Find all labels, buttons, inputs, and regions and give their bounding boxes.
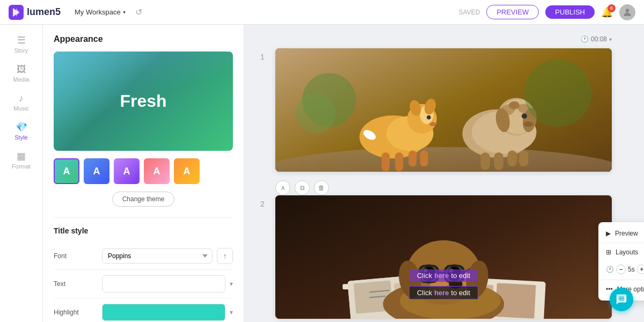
font-row: Font Poppins Roboto Open Sans ↑ <box>54 243 233 270</box>
timer-minus-button[interactable]: − <box>616 265 626 274</box>
swatch-4[interactable]: A <box>144 158 170 184</box>
timer-value-label: 5s <box>628 266 635 273</box>
appearance-title: Appearance <box>54 34 233 44</box>
svg-rect-30 <box>480 152 490 170</box>
context-divider-2 <box>598 280 644 280</box>
left-panel: Appearance Fresh A A A A A Change theme … <box>43 25 244 322</box>
timer-chevron-icon[interactable]: ▾ <box>609 36 612 42</box>
swatch-3[interactable]: A <box>114 158 140 184</box>
highlight-label: Highlight <box>54 309 102 316</box>
slide-1-wrapper: 1 <box>260 48 612 172</box>
timer-label: 🕐 00:08 <box>581 35 607 43</box>
undo-button[interactable]: ↺ <box>135 7 142 17</box>
header: lumen5 My Workspace ▾ ↺ SAVED PREVIEW PU… <box>0 0 644 25</box>
timer-plus-button[interactable]: + <box>637 265 644 274</box>
chevron-down-icon: ▾ <box>123 9 126 15</box>
context-preview-label: Preview <box>615 230 638 237</box>
sidebar-item-music[interactable]: ♪ Music <box>0 88 42 117</box>
music-icon: ♪ <box>19 93 24 103</box>
slide-1-canvas[interactable] <box>275 48 612 172</box>
click-word-bottom: Click <box>417 289 432 297</box>
svg-point-25 <box>509 101 519 109</box>
avatar[interactable] <box>619 4 635 20</box>
sidebar-label-format: Format <box>12 163 31 170</box>
click-edit-bottom[interactable]: Click here to edit <box>409 286 478 299</box>
font-select[interactable]: Poppins Roboto Open Sans <box>102 248 213 264</box>
timer-value: 00:08 <box>591 35 607 43</box>
sidebar-item-format[interactable]: ▦ Format <box>0 146 42 175</box>
svg-rect-13 <box>395 152 403 171</box>
sidebar-item-style[interactable]: 💎 Style <box>0 117 42 146</box>
highlight-color-chevron[interactable]: ▾ <box>230 309 233 316</box>
swatch-2[interactable]: A <box>84 158 109 184</box>
layouts-icon: ⊞ <box>606 248 611 256</box>
text-label: Text <box>54 280 102 288</box>
svg-rect-32 <box>508 150 517 166</box>
text-color-swatch[interactable] <box>102 275 225 292</box>
svg-rect-14 <box>408 150 416 166</box>
svg-point-28 <box>522 113 527 119</box>
click-word-top: Click <box>417 272 432 280</box>
slide-1-image <box>275 48 612 172</box>
sidebar-item-media[interactable]: 🖼 Media <box>0 59 42 88</box>
sidebar-item-story[interactable]: ☰ Story <box>0 30 42 59</box>
notifications-button[interactable]: 🔔 6 <box>601 6 613 18</box>
slide-2-wrapper: 2 <box>260 195 612 319</box>
collapse-button[interactable]: ∧ <box>275 180 290 195</box>
slide-1-number: 1 <box>260 48 275 61</box>
header-right: SAVED PREVIEW PUBLISH 🔔 6 <box>459 4 635 20</box>
workspace-label: My Workspace <box>75 8 121 16</box>
workspace-button[interactable]: My Workspace ▾ <box>70 6 130 18</box>
media-icon: 🖼 <box>17 64 26 74</box>
svg-point-3 <box>626 9 630 12</box>
slide-2-image: ▬▬▬▬▬ ▬▬▬▬ <box>275 195 612 319</box>
sidebar-label-style: Style <box>14 134 27 141</box>
timer-clock-icon: 🕐 <box>606 266 614 273</box>
theme-name: Fresh <box>120 91 166 111</box>
svg-point-17 <box>427 115 431 120</box>
font-upload-button[interactable]: ↑ <box>217 248 233 264</box>
svg-rect-31 <box>494 152 504 170</box>
context-layouts-item[interactable]: ⊞ Layouts <box>598 244 644 260</box>
dog-reading-svg: ▬▬▬▬▬ ▬▬▬▬ <box>275 195 612 319</box>
svg-point-35 <box>524 60 591 127</box>
swatch-1[interactable]: A <box>54 158 79 184</box>
context-preview-item[interactable]: ▶ Preview <box>598 225 644 241</box>
text-control: ▾ <box>102 275 233 292</box>
copy-button[interactable]: ⧉ <box>295 180 310 195</box>
delete-button[interactable]: 🗑 <box>314 180 329 195</box>
highlight-control: ▾ <box>102 304 233 321</box>
change-theme-button[interactable]: Change theme <box>112 192 175 207</box>
here-word-bottom: here <box>434 289 449 297</box>
context-divider-1 <box>598 243 644 243</box>
swatch-5[interactable]: A <box>174 158 200 184</box>
highlight-color-swatch[interactable] <box>102 304 225 321</box>
slide-2-canvas[interactable]: ▬▬▬▬▬ ▬▬▬▬ <box>275 195 612 319</box>
slide-controls-row: ∧ ⧉ 🗑 <box>275 180 612 195</box>
main-layout: ☰ Story 🖼 Media ♪ Music 💎 Style ▦ Format… <box>0 25 644 322</box>
format-icon: ▦ <box>17 151 26 161</box>
chat-bubble-button[interactable] <box>610 288 633 311</box>
text-row: Text ▾ <box>54 270 233 298</box>
notification-badge: 6 <box>608 4 616 12</box>
chat-icon <box>616 294 627 305</box>
logo-text: lumen5 <box>27 6 61 18</box>
svg-point-36 <box>296 93 336 134</box>
text-color-chevron[interactable]: ▾ <box>230 280 233 288</box>
clock-icon: 🕐 <box>581 35 589 43</box>
canvas-area: 🕐 00:08 ▾ 1 <box>244 25 644 322</box>
edit-word-bottom: to edit <box>451 289 470 297</box>
theme-preview: Fresh <box>54 52 233 151</box>
font-control: Poppins Roboto Open Sans ↑ <box>102 248 233 264</box>
click-edit-top[interactable]: Click here to edit <box>409 269 478 282</box>
logo: lumen5 <box>9 5 61 20</box>
lumen5-logo-icon <box>9 5 24 20</box>
preview-button[interactable]: PREVIEW <box>486 5 539 19</box>
context-timer-row: 🕐 − 5s + <box>598 260 644 279</box>
style-icon: 💎 <box>16 122 27 132</box>
slide-2-text-overlay: Click here to edit Click here to edit <box>275 269 612 299</box>
font-label: Font <box>54 252 102 260</box>
timer-bar: 🕐 00:08 ▾ <box>260 35 612 43</box>
publish-button[interactable]: PUBLISH <box>545 5 595 19</box>
slide-2-number: 2 <box>260 195 275 208</box>
